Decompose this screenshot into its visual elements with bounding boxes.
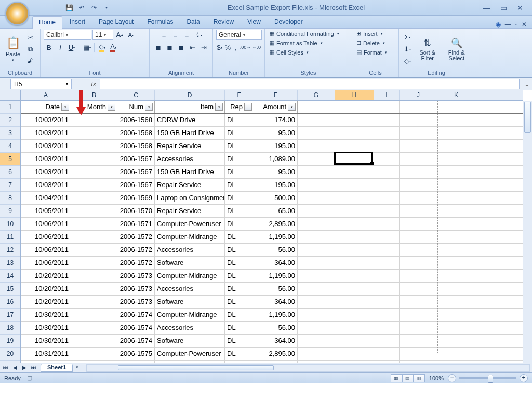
cell[interactable]: [374, 179, 400, 191]
maximize-button[interactable]: ▭: [498, 3, 509, 12]
page-layout-view-button[interactable]: ▤: [402, 374, 414, 382]
cell[interactable]: 10/20/2011: [21, 283, 71, 295]
format-painter-icon[interactable]: 🖌: [25, 56, 35, 66]
cell[interactable]: 10/03/2011: [21, 166, 71, 178]
cell[interactable]: [335, 257, 374, 269]
cell[interactable]: [335, 218, 374, 230]
cell[interactable]: Accessories: [155, 283, 225, 295]
column-header-B[interactable]: B: [71, 90, 117, 100]
column-header-F[interactable]: F: [254, 90, 298, 100]
cell[interactable]: DL: [225, 218, 254, 230]
cell[interactable]: [400, 127, 437, 139]
cell[interactable]: [437, 205, 475, 217]
font-name-select[interactable]: Calibri▾: [44, 30, 91, 40]
increase-indent-icon[interactable]: ⇥: [199, 42, 209, 52]
cell[interactable]: DL: [225, 205, 254, 217]
row-header-10[interactable]: 10: [0, 218, 20, 231]
cell[interactable]: [437, 335, 475, 347]
fill-color-button[interactable]: ◇▾: [97, 42, 107, 52]
cell[interactable]: DL: [225, 192, 254, 204]
cell[interactable]: 2006-1573: [117, 296, 155, 308]
filter-dropdown-icon[interactable]: ▾: [61, 103, 69, 111]
minimize-button[interactable]: —: [481, 3, 493, 12]
filter-dropdown-icon[interactable]: ▾: [145, 103, 153, 111]
cell[interactable]: [437, 309, 475, 321]
cell[interactable]: [298, 257, 335, 269]
column-header-J[interactable]: J: [400, 90, 437, 100]
font-size-select[interactable]: 11▾: [92, 30, 113, 40]
cell[interactable]: [374, 283, 400, 295]
cell[interactable]: [71, 231, 117, 243]
cell[interactable]: [374, 114, 400, 126]
decrease-indent-icon[interactable]: ⇤: [188, 42, 198, 52]
cell[interactable]: [400, 153, 437, 165]
align-left-icon[interactable]: ≣: [153, 42, 164, 52]
cell[interactable]: 10/06/2011: [21, 231, 71, 243]
zoom-in-button[interactable]: +: [520, 374, 528, 382]
cell[interactable]: [71, 257, 117, 269]
cell[interactable]: [437, 101, 475, 113]
copy-icon[interactable]: ⧉: [25, 44, 35, 55]
row-header-11[interactable]: 11: [0, 231, 20, 244]
cell[interactable]: [437, 231, 475, 243]
column-header-A[interactable]: A: [21, 90, 71, 100]
cell[interactable]: 1,195.00: [254, 270, 298, 282]
cell[interactable]: [374, 218, 400, 230]
cell[interactable]: 2,895.00: [254, 348, 298, 360]
cell[interactable]: [400, 309, 437, 321]
row-header-20[interactable]: 20: [0, 348, 20, 361]
comma-icon[interactable]: ,: [232, 42, 239, 52]
row-header-14[interactable]: 14: [0, 270, 20, 283]
filter-dropdown-icon[interactable]: ↓: [244, 103, 252, 111]
cell[interactable]: [374, 140, 400, 152]
cell[interactable]: [374, 101, 400, 113]
cell[interactable]: [71, 296, 117, 308]
cell[interactable]: DL: [225, 335, 254, 347]
cell[interactable]: [71, 270, 117, 282]
cell[interactable]: 2006-1574: [117, 309, 155, 321]
cell[interactable]: [400, 205, 437, 217]
insert-cells-button[interactable]: ⊞Insert▾: [355, 30, 395, 37]
tab-insert[interactable]: Insert: [63, 16, 91, 28]
cell[interactable]: 10/30/2011: [21, 309, 71, 321]
cell[interactable]: 95.00: [254, 166, 298, 178]
cell[interactable]: [298, 231, 335, 243]
cell[interactable]: [400, 270, 437, 282]
name-box[interactable]: H5▾: [10, 79, 72, 89]
cell[interactable]: 2006-1572: [117, 257, 155, 269]
office-button[interactable]: [5, 2, 29, 25]
cell-styles-button[interactable]: ▦Cell Styles▾: [268, 48, 349, 56]
cell[interactable]: [335, 244, 374, 256]
row-header-7[interactable]: 7: [0, 179, 20, 192]
restore-workbook-icon[interactable]: ▫: [515, 21, 517, 28]
cell[interactable]: 1,089.00: [254, 153, 298, 165]
cell[interactable]: Computer-Poweruser: [155, 348, 225, 360]
cell[interactable]: 364.00: [254, 257, 298, 269]
conditional-formatting-button[interactable]: ▦Conditional Formatting▾: [268, 30, 349, 37]
cell[interactable]: [298, 140, 335, 152]
cell[interactable]: 2006-1574: [117, 335, 155, 347]
filter-header-amount[interactable]: Amount▾: [254, 101, 298, 113]
filter-header-item[interactable]: Item▾: [155, 101, 225, 113]
cell[interactable]: 150 GB Hard Drive: [155, 166, 225, 178]
cell[interactable]: 2006-1567: [117, 153, 155, 165]
row-header-16[interactable]: 16: [0, 296, 20, 309]
decrease-decimal-icon[interactable]: ←.0: [251, 42, 261, 52]
help-icon[interactable]: ◉: [496, 21, 501, 28]
cell[interactable]: [71, 205, 117, 217]
cell[interactable]: [374, 335, 400, 347]
row-header-9[interactable]: 9: [0, 205, 20, 218]
cell[interactable]: 1,195.00: [254, 231, 298, 243]
cell[interactable]: [335, 127, 374, 139]
cell[interactable]: DL: [225, 270, 254, 282]
row-header-8[interactable]: 8: [0, 192, 20, 205]
cell[interactable]: 2006-1568: [117, 140, 155, 152]
row-header-4[interactable]: 4: [0, 140, 20, 153]
cell[interactable]: DL: [225, 244, 254, 256]
cell[interactable]: [71, 283, 117, 295]
cell[interactable]: DL: [225, 114, 254, 126]
cell[interactable]: Accessories: [155, 244, 225, 256]
select-all-button[interactable]: [0, 90, 21, 101]
sheet-tab-sheet1[interactable]: Sheet1: [41, 364, 73, 372]
cell[interactable]: [400, 296, 437, 308]
